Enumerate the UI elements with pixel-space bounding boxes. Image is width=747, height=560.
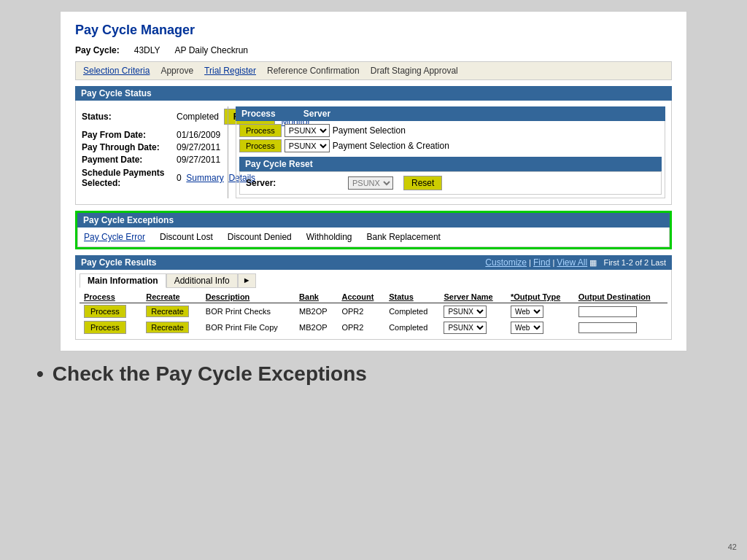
col-account: Account bbox=[337, 291, 384, 303]
reset-button[interactable]: Reset bbox=[403, 176, 442, 190]
customize-link[interactable]: Customize bbox=[485, 257, 527, 268]
payment-date-value: 09/27/2011 bbox=[177, 155, 220, 165]
nav-tabs: Selection Criteria Approve Trial Registe… bbox=[75, 61, 672, 80]
row1-server-select[interactable]: PSUNX bbox=[444, 306, 487, 318]
slide-number: 42 bbox=[728, 542, 737, 551]
process-row-1: Process PSUNX Payment Selection bbox=[239, 124, 662, 137]
view-all-link[interactable]: View All bbox=[557, 257, 587, 268]
process-desc-1: Payment Selection bbox=[333, 125, 406, 136]
row2-process-btn[interactable]: Process bbox=[84, 321, 126, 334]
sub-tab-additional-info[interactable]: Additional Info bbox=[166, 273, 238, 288]
row2-recreate-btn[interactable]: Recreate bbox=[146, 322, 189, 333]
sub-tab-icon: ► bbox=[238, 273, 256, 288]
pay-cycle-info: Pay Cycle: 43DLY AP Daily Checkrun bbox=[75, 45, 672, 55]
pay-cycle-status-body: Status: Completed Refresh Process Monito… bbox=[75, 101, 672, 205]
discount-lost: Discount Lost bbox=[160, 232, 213, 242]
pay-cycle-status-header: Pay Cycle Status bbox=[75, 86, 672, 101]
row1-account: OPR2 bbox=[337, 303, 384, 320]
discount-denied: Discount Denied bbox=[228, 232, 292, 242]
withholding: Withholding bbox=[306, 232, 352, 242]
process-button-2[interactable]: Process bbox=[239, 139, 282, 152]
row1-desc: BOR Print Checks bbox=[201, 303, 295, 320]
process-server-header: Process Server bbox=[236, 106, 665, 121]
col-server-name: Server Name bbox=[439, 291, 506, 303]
table-row: Process Recreate BOR Print File Copy MB2… bbox=[80, 319, 667, 335]
results-body: Main Information Additional Info ► Proce… bbox=[75, 270, 672, 340]
col-status: Status bbox=[384, 291, 439, 303]
summary-link[interactable]: Summary bbox=[186, 173, 223, 183]
col-bank: Bank bbox=[295, 291, 337, 303]
row2-account: OPR2 bbox=[337, 319, 384, 335]
sub-tab-main-info[interactable]: Main Information bbox=[80, 273, 166, 288]
results-table: Process Recreate Description Bank Accoun… bbox=[80, 291, 667, 335]
row2-output-dest-input[interactable] bbox=[578, 322, 637, 333]
row2-output-type-select[interactable]: Web bbox=[511, 322, 543, 334]
bullet-container: • Check the Pay Cycle Exceptions bbox=[7, 362, 367, 386]
col-process: Process bbox=[80, 291, 142, 303]
schedule-payments-label: Schedule Payments Selected: bbox=[82, 168, 177, 188]
col-description: Description bbox=[201, 291, 295, 303]
page-title: Pay Cycle Manager bbox=[75, 23, 672, 38]
pagination-text: First 1-2 of 2 Last bbox=[603, 258, 666, 267]
results-header: Pay Cycle Results bbox=[75, 255, 479, 270]
row2-server-select[interactable]: PSUNX bbox=[444, 322, 487, 334]
schedule-payments-value: 0 bbox=[177, 173, 182, 183]
process-button-1[interactable]: Process bbox=[239, 124, 282, 137]
pay-from-value: 01/16/2009 bbox=[177, 130, 220, 140]
process-col-header: Process bbox=[236, 106, 298, 121]
reset-server-label: Server: bbox=[246, 178, 341, 188]
bullet-text: Check the Pay Cycle Exceptions bbox=[53, 362, 367, 386]
exceptions-body: Pay Cycle Error Discount Lost Discount D… bbox=[77, 228, 670, 247]
tab-approve: Approve bbox=[160, 66, 193, 76]
find-link[interactable]: Find bbox=[533, 257, 550, 268]
reset-body: Server: PSUNX Reset bbox=[239, 171, 662, 195]
tab-draft-staging: Draft Staging Approval bbox=[371, 66, 458, 76]
col-recreate: Recreate bbox=[142, 291, 201, 303]
pay-cycle-label: Pay Cycle: bbox=[75, 45, 120, 55]
row1-process-btn[interactable]: Process bbox=[84, 305, 126, 318]
results-header-row: Pay Cycle Results Customize | Find | Vie… bbox=[75, 255, 672, 270]
table-row: Process Recreate BOR Print Checks MB2OP … bbox=[80, 303, 667, 320]
row2-bank: MB2OP bbox=[295, 319, 337, 335]
exceptions-header: Pay Cycle Exceptions bbox=[77, 213, 670, 228]
pay-cycle-desc: AP Daily Checkrun bbox=[175, 45, 249, 55]
pay-cycle-error-link[interactable]: Pay Cycle Error bbox=[84, 232, 145, 242]
row1-output-type-select[interactable]: Web bbox=[511, 306, 543, 318]
process-desc-2: Payment Selection & Creation bbox=[333, 141, 449, 151]
bank-replacement: Bank Replacement bbox=[367, 232, 441, 242]
row1-output-dest-input[interactable] bbox=[578, 306, 637, 317]
pay-through-label: Pay Through Date: bbox=[82, 142, 177, 152]
status-label: Status: bbox=[82, 112, 177, 122]
tab-trial-register[interactable]: Trial Register bbox=[204, 66, 256, 76]
status-value: Completed bbox=[177, 112, 219, 122]
tab-selection-criteria[interactable]: Selection Criteria bbox=[83, 66, 150, 76]
col-output-type: *Output Type bbox=[506, 291, 574, 303]
row1-recreate-btn[interactable]: Recreate bbox=[146, 306, 189, 317]
bullet-dot: • bbox=[36, 362, 44, 386]
row1-status: Completed bbox=[384, 303, 439, 320]
row2-status: Completed bbox=[384, 319, 439, 335]
row1-bank: MB2OP bbox=[295, 303, 337, 320]
reset-header: Pay Cycle Reset bbox=[239, 157, 662, 171]
pay-from-label: Pay From Date: bbox=[82, 130, 177, 140]
payment-date-label: Payment Date: bbox=[82, 155, 177, 165]
server-col-header: Server bbox=[298, 106, 352, 121]
server-select-2[interactable]: PSUNX bbox=[285, 139, 330, 152]
pay-through-value: 09/27/2011 bbox=[177, 142, 220, 152]
process-row-2: Process PSUNX Payment Selection & Creati… bbox=[239, 139, 662, 152]
server-select-1[interactable]: PSUNX bbox=[285, 124, 330, 137]
row2-desc: BOR Print File Copy bbox=[201, 319, 295, 335]
reset-server-select[interactable]: PSUNX bbox=[348, 176, 393, 190]
col-output-dest: Output Destination bbox=[574, 291, 667, 303]
pay-cycle-id: 43DLY bbox=[134, 45, 160, 55]
exceptions-wrapper: Pay Cycle Exceptions Pay Cycle Error Dis… bbox=[75, 211, 672, 249]
tab-reference-confirmation: Reference Confirmation bbox=[267, 66, 360, 76]
results-nav: Customize | Find | View All ▦ First 1-2 … bbox=[479, 255, 672, 270]
sub-tabs: Main Information Additional Info ► bbox=[80, 273, 667, 288]
